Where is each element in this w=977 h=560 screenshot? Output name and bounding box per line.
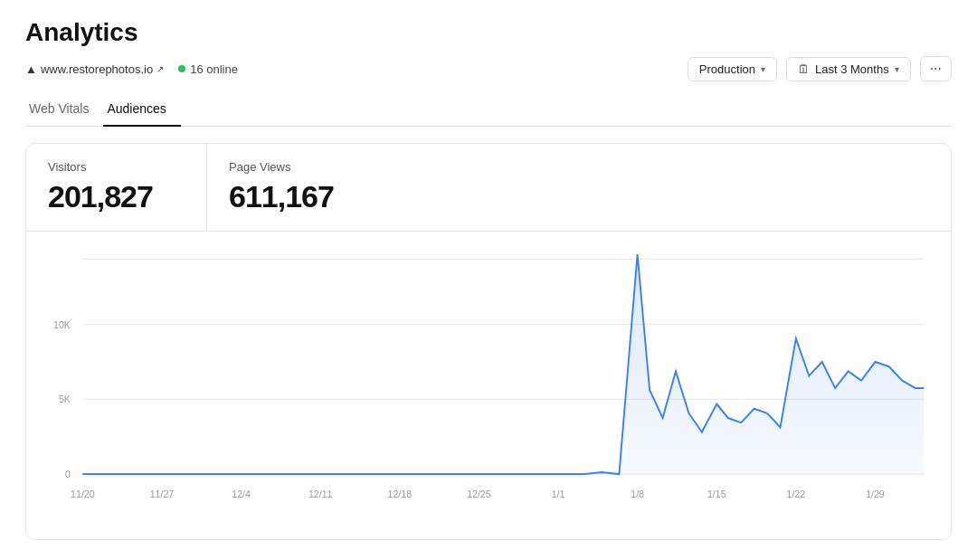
tab-audiences[interactable]: Audiences bbox=[103, 94, 180, 127]
online-badge: 16 online bbox=[178, 62, 238, 76]
x-label-1218: 12/18 bbox=[388, 488, 412, 498]
tabs-nav: Web Vitals Audiences bbox=[25, 94, 952, 127]
page-views-value: 611,167 bbox=[229, 179, 366, 214]
page-views-label: Page Views bbox=[229, 160, 366, 174]
x-label-1211: 12/11 bbox=[308, 488, 332, 498]
controls-area: Production ▾ 🗓 Last 3 Months ▾ ··· bbox=[688, 56, 952, 81]
x-label-1127: 11/27 bbox=[150, 488, 174, 498]
environment-dropdown[interactable]: Production ▾ bbox=[688, 57, 777, 81]
online-dot bbox=[178, 65, 185, 72]
visitors-chart: 0 5K 10K 11/20 11 bbox=[44, 250, 933, 530]
metric-visitors: Visitors 201,827 bbox=[26, 144, 207, 231]
x-label-1225: 12/25 bbox=[467, 488, 490, 498]
chevron-down-icon: ▾ bbox=[761, 64, 765, 74]
date-range-label: Last 3 Months bbox=[815, 62, 889, 76]
online-count: 16 online bbox=[190, 62, 238, 76]
x-label-18: 1/8 bbox=[631, 488, 644, 498]
x-label-122: 1/22 bbox=[787, 488, 806, 498]
x-label-11: 1/1 bbox=[552, 488, 565, 498]
x-label-115: 1/15 bbox=[707, 488, 726, 498]
more-icon: ··· bbox=[930, 61, 942, 76]
chevron-down-icon-2: ▾ bbox=[895, 64, 899, 74]
environment-label: Production bbox=[699, 62, 755, 76]
chart-area: 0 5K 10K 11/20 11 bbox=[26, 232, 951, 539]
header-row: ▲ www.restorephotos.io ↗ 16 online Produ… bbox=[25, 56, 952, 81]
x-label-1120: 11/20 bbox=[71, 488, 94, 498]
site-info: ▲ www.restorephotos.io ↗ 16 online bbox=[25, 62, 238, 76]
more-options-button[interactable]: ··· bbox=[920, 56, 952, 81]
y-label-5k: 5K bbox=[59, 394, 71, 404]
date-range-dropdown[interactable]: 🗓 Last 3 Months ▾ bbox=[786, 57, 911, 81]
page-container: Analytics ▲ www.restorephotos.io ↗ 16 on… bbox=[0, 0, 977, 560]
triangle-icon: ▲ bbox=[25, 62, 37, 76]
page-title: Analytics bbox=[25, 18, 952, 47]
y-label-0: 0 bbox=[65, 469, 71, 479]
visitors-label: Visitors bbox=[48, 160, 185, 174]
calendar-icon: 🗓 bbox=[798, 62, 810, 76]
chart-fill bbox=[82, 254, 924, 474]
x-label-129: 1/29 bbox=[866, 488, 885, 498]
x-label-124: 12/4 bbox=[232, 488, 251, 498]
visitors-value: 201,827 bbox=[48, 179, 185, 214]
site-url: www.restorephotos.io bbox=[41, 62, 153, 76]
site-link[interactable]: ▲ www.restorephotos.io ↗ bbox=[25, 62, 164, 76]
analytics-card: Visitors 201,827 Page Views 611,167 0 5K… bbox=[25, 143, 952, 540]
tab-web-vitals[interactable]: Web Vitals bbox=[25, 94, 103, 127]
external-link-icon: ↗ bbox=[157, 64, 164, 74]
y-label-10k: 10K bbox=[53, 318, 71, 329]
metrics-row: Visitors 201,827 Page Views 611,167 bbox=[26, 144, 951, 232]
metric-page-views: Page Views 611,167 bbox=[207, 144, 388, 231]
